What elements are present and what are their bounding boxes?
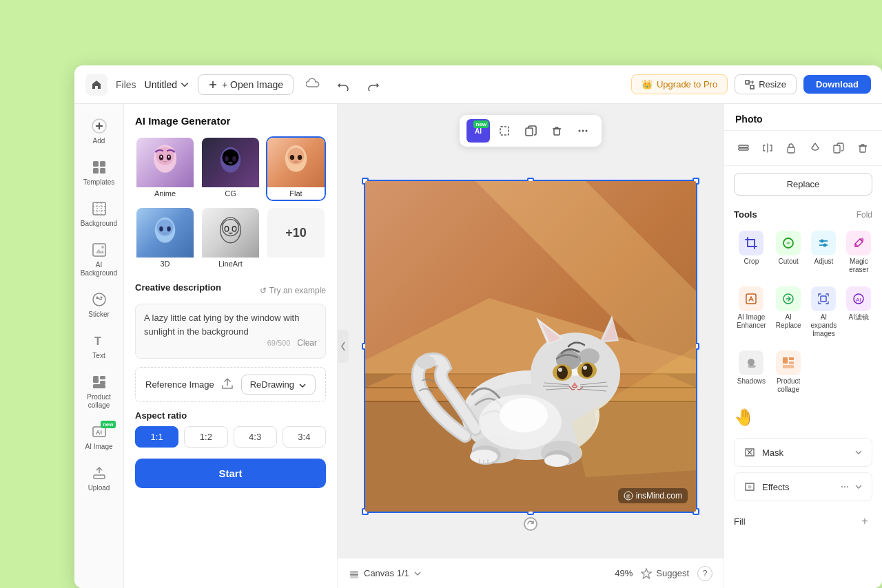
undo-button[interactable] (332, 74, 354, 96)
sidebar-item-background[interactable]: Background (79, 195, 120, 233)
sidebar-item-sticker[interactable]: Sticker (79, 286, 120, 324)
svg-point-50 (220, 218, 241, 243)
clear-button[interactable]: Clear (297, 338, 317, 348)
aspect-3-4[interactable]: 3:4 (283, 426, 326, 448)
reference-title: Reference Image (145, 379, 214, 390)
mask-header[interactable]: Mask (735, 439, 872, 466)
canvas-area[interactable]: AI new (338, 104, 724, 588)
clone-icon[interactable] (829, 138, 849, 158)
duplicate-button[interactable] (519, 119, 542, 143)
description-textarea[interactable]: A lazy little cat lying by the window wi… (135, 304, 326, 359)
effects-header-left: Effects (743, 480, 790, 494)
sidebar-label-text: Text (92, 352, 105, 360)
tool-cutout[interactable]: Cutout (773, 227, 804, 278)
svg-rect-13 (93, 202, 105, 215)
cursor-hand-icon: 🤚 (734, 408, 755, 427)
suggest-button[interactable]: Suggest (641, 568, 689, 579)
svg-rect-107 (350, 574, 358, 576)
svg-rect-124 (821, 296, 826, 302)
tool-product-collage[interactable]: Product collage (773, 346, 804, 398)
tool-shadows[interactable]: Shadows (734, 346, 769, 398)
tool-ai-filter[interactable]: AI AI滤镜 (843, 282, 874, 342)
delete-button[interactable] (545, 119, 568, 143)
delete-layer-icon[interactable] (853, 138, 873, 158)
style-flat[interactable]: Flat (266, 136, 326, 201)
lock-icon[interactable] (781, 138, 801, 158)
reference-image-area[interactable]: Reference Image ReDrawing (135, 367, 326, 402)
adjust-icon (811, 231, 836, 255)
style-anime[interactable]: Anime (135, 136, 195, 201)
opacity-icon[interactable] (806, 138, 825, 158)
document-title[interactable]: Untitled (145, 79, 189, 90)
tool-magic-eraser[interactable]: Magic eraser (843, 227, 874, 278)
svg-point-133 (748, 485, 752, 489)
files-nav[interactable]: Files (116, 79, 136, 90)
sidebar-item-ai-image[interactable]: AI new AI Image (79, 418, 120, 456)
try-example-btn[interactable]: ↺ Try an example (260, 286, 326, 295)
sidebar-item-add[interactable]: Add (79, 112, 120, 151)
shadows-label: Shadows (737, 377, 766, 386)
resize-button[interactable]: Resize (735, 74, 797, 94)
tool-ai-enhancer[interactable]: AI Image Enhancer (734, 282, 769, 342)
product-collage-tool-label: Product collage (776, 377, 801, 394)
canvas-image[interactable]: @ insMind.com (365, 181, 696, 512)
crop-canvas-button[interactable] (493, 119, 516, 143)
svg-point-85 (558, 368, 562, 372)
sidebar-item-upload[interactable]: Upload (79, 459, 120, 498)
redrawing-button[interactable]: ReDrawing (241, 375, 316, 395)
effects-header[interactable]: Effects (735, 473, 872, 501)
more-styles-count: +10 (267, 208, 325, 258)
mask-label: Mask (762, 448, 783, 458)
ai-replace-label: AI Replace (776, 313, 801, 330)
svg-point-53 (232, 227, 236, 231)
style-anime-label: Anime (136, 187, 194, 200)
upgrade-button[interactable]: 👑 Upgrade to Pro (631, 74, 728, 94)
cloud-save-icon[interactable] (302, 74, 324, 96)
home-button[interactable] (85, 74, 107, 96)
fold-button[interactable]: Fold (857, 210, 872, 220)
start-button[interactable]: Start (135, 459, 326, 488)
sidebar-item-product-collage[interactable]: Product collage (79, 368, 120, 415)
mask-header-left: Mask (743, 445, 783, 459)
sidebar-item-templates[interactable]: Templates (79, 154, 120, 192)
style-cg[interactable]: CG (201, 136, 260, 201)
panel-collapse-button[interactable] (338, 330, 349, 363)
aspect-1-1[interactable]: 1:1 (135, 426, 178, 448)
fill-add-button[interactable]: + (857, 514, 872, 529)
canvas-info: Canvas 1/1 (364, 568, 409, 578)
redo-button[interactable] (362, 74, 384, 96)
rotate-handle[interactable] (524, 517, 537, 531)
download-button[interactable]: Download (803, 75, 871, 94)
style-3d[interactable]: 3D (135, 207, 195, 271)
tool-ai-replace[interactable]: AI Replace (773, 282, 804, 342)
sidebar-item-ai-background[interactable]: AI Background (79, 236, 120, 283)
svg-point-58 (579, 130, 581, 132)
aspect-4-3[interactable]: 4:3 (234, 426, 277, 448)
more-options-button[interactable] (571, 119, 595, 143)
svg-rect-113 (834, 145, 840, 153)
main-layout: Add Templates Backgrou (74, 104, 882, 588)
aspect-1-2[interactable]: 1:2 (184, 426, 227, 448)
magic-eraser-label: Magic eraser (846, 258, 871, 274)
style-lineart[interactable]: LineArt (201, 207, 260, 271)
help-button[interactable]: ? (697, 566, 712, 581)
svg-point-120 (823, 244, 827, 247)
style-more[interactable]: +10 (266, 207, 326, 271)
svg-rect-111 (739, 148, 748, 150)
tool-adjust[interactable]: Adjust (808, 227, 840, 278)
ai-tool-button[interactable]: AI new (466, 119, 490, 143)
upload-reference-icon[interactable] (220, 376, 235, 394)
tool-ai-expands[interactable]: AI expands Images (808, 282, 840, 342)
svg-point-88 (583, 366, 587, 370)
sidebar-item-text[interactable]: T Text (79, 327, 120, 366)
svg-rect-114 (860, 146, 865, 152)
watermark-text: insMind.com (636, 491, 682, 501)
svg-point-48 (159, 227, 163, 231)
open-image-button[interactable]: + Open Image (198, 74, 294, 95)
svg-rect-10 (100, 161, 105, 167)
tool-crop[interactable]: Crop (734, 227, 769, 278)
flip-icon[interactable] (758, 138, 778, 158)
svg-point-19 (101, 246, 104, 249)
layers-icon[interactable] (734, 138, 754, 158)
replace-button[interactable]: Replace (734, 173, 872, 196)
